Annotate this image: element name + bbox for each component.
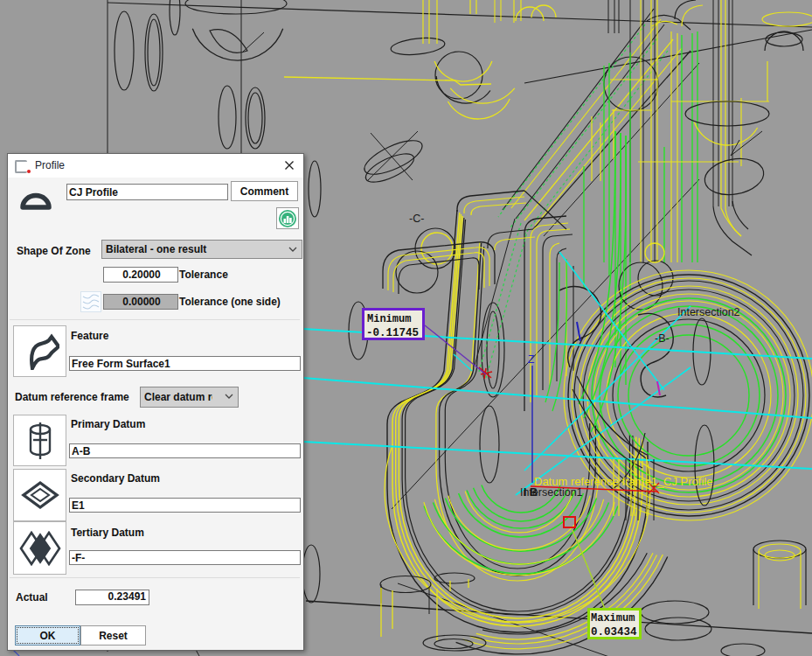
svg-text:Datum reference frame1_CJ Prof: Datum reference frame1_CJ Profile <box>534 475 712 488</box>
svg-text:0.03434: 0.03434 <box>591 626 637 639</box>
svg-text:-0.11745: -0.11745 <box>366 327 419 339</box>
svg-text:Intersection2: Intersection2 <box>677 306 740 318</box>
svg-text:Z: Z <box>528 353 534 366</box>
svg-text:Minimum: Minimum <box>367 313 411 325</box>
svg-text:-B-: -B- <box>655 332 670 345</box>
svg-text:-C-: -C- <box>409 213 424 225</box>
svg-text:Maximum: Maximum <box>591 612 635 625</box>
svg-text:I B: I B <box>524 486 538 499</box>
